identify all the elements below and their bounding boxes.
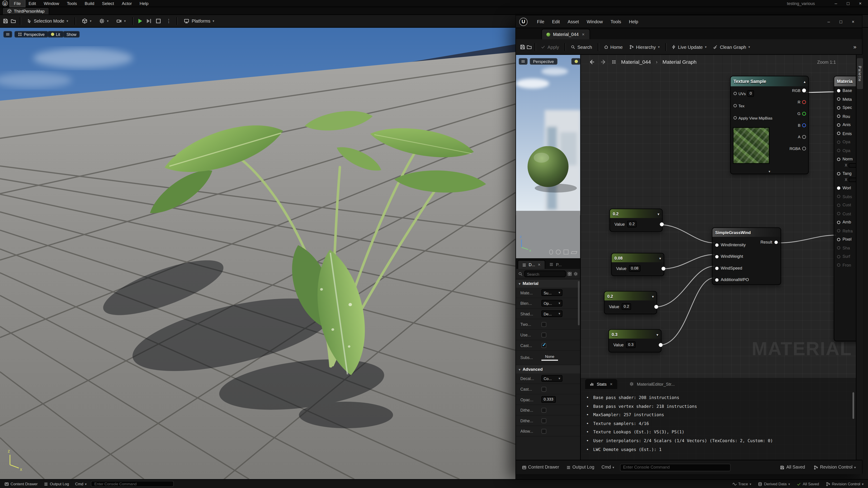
pin-icon[interactable] [837,172,840,175]
quick-add-dropdown[interactable]: ▾ [79,16,94,26]
grid-view-icon[interactable] [567,271,572,276]
revision-control-dropdown[interactable]: Revision Control ▾ [812,465,857,470]
all-saved-indicator[interactable]: All Saved [778,465,807,470]
derived-data-dropdown[interactable]: Derived Data ▾ [756,482,792,486]
browse-icon[interactable] [11,18,16,24]
output-pin[interactable] [802,111,806,115]
minimize-button[interactable]: – [830,0,841,6]
output-pin[interactable] [802,88,806,92]
value-input[interactable]: 0.08 [629,265,641,271]
collapse-icon[interactable]: ▾ [652,294,654,298]
expand-icon[interactable]: ▾ [731,169,808,173]
menu-item[interactable]: Help [625,15,642,28]
menu-item[interactable]: Tools [607,15,625,28]
browse-icon[interactable] [526,44,532,50]
tab-material-044[interactable]: Material_044 × [541,29,590,39]
preview-mesh-cube-button[interactable] [563,250,568,254]
pin-icon[interactable] [837,106,840,109]
maximize-button[interactable]: □ [835,18,846,25]
content-drawer-button[interactable]: Content Drawer [3,480,39,488]
home-button[interactable]: Home [601,41,625,52]
output-pin-row[interactable]: R [789,99,806,104]
section-material[interactable]: ▾ Material [516,280,580,288]
toolbar-overflow-icon[interactable]: » [852,43,858,50]
cmd-dropdown[interactable]: Cmd ▾ [73,480,88,488]
uvs-pin[interactable] [734,92,737,95]
all-saved-indicator[interactable]: All Saved [795,482,821,486]
tab-palette[interactable]: Palette [857,58,863,89]
hierarchy-dropdown[interactable]: Hierarchy ▾ [627,41,662,52]
details-checkbox[interactable] [541,322,546,327]
details-checkbox[interactable] [541,332,546,337]
result-pin[interactable] [774,240,778,244]
pin-icon[interactable] [837,221,840,224]
console-command-input[interactable] [620,463,731,471]
input-pin-row[interactable]: WindSpeed [712,262,780,274]
opacity-number-input[interactable]: 0.333 [541,396,556,402]
input-pin[interactable] [715,278,719,282]
mipbias-pin[interactable] [734,116,737,120]
menu-item[interactable]: Window [583,15,607,28]
menu-item[interactable]: Asset [564,15,583,28]
output-pin-row[interactable]: A [789,134,806,139]
viewport-menu-burger[interactable] [3,31,12,37]
scalar-node-additionalwpo[interactable]: 0.3▾ Value0.3 [608,329,661,352]
pin-icon[interactable] [837,195,840,198]
preview-lit-button[interactable] [571,58,581,65]
output-pin-row[interactable]: B [789,122,806,128]
pin-icon[interactable] [837,149,840,152]
back-icon[interactable] [588,59,595,65]
scalar-output-pin[interactable] [662,267,665,270]
pin-icon[interactable] [837,255,840,258]
output-pin[interactable] [802,147,806,150]
output-pin-row[interactable]: RGBA [789,145,806,151]
unreal-logo-icon[interactable]: U [519,18,528,26]
details-checkbox[interactable] [541,418,546,423]
details-dropdown[interactable]: Su...▾ [541,289,562,296]
menu-item[interactable]: Select [98,0,118,6]
scalar-node-windintensity[interactable]: 0.2▾ Value0.2 [610,208,662,232]
texture-sample-node[interactable]: Texture Sample ▴ UVs 0 Tex Apply View Mi… [730,76,809,174]
pin-icon[interactable] [837,203,840,207]
simple-grass-wind-node[interactable]: SimpleGrassWind WindIntensity WindWeight [712,228,781,285]
pin-icon[interactable] [837,97,840,101]
input-pin[interactable] [715,255,719,258]
details-scrollbar[interactable] [578,281,580,325]
scalar-node-windweight[interactable]: 0.08▾ Value0.08 [611,253,664,276]
gear-icon[interactable] [574,271,578,276]
stop-button[interactable] [156,19,161,23]
input-pin[interactable] [715,243,719,247]
tab-material-editor-stats[interactable]: MaterialEditor_Str... [625,379,679,389]
save-icon[interactable] [520,44,525,50]
tab-thirdpersonmap[interactable]: ThirdPersonMap [2,7,50,14]
input-pin[interactable] [715,266,719,270]
tab-stats[interactable]: Stats × [585,379,618,389]
asset-picker[interactable]: None [541,355,558,361]
pin-icon[interactable] [837,186,840,190]
output-pin-row[interactable]: RGB [789,88,806,93]
preview-mesh-sphere-button[interactable] [556,250,561,254]
pin-icon[interactable] [837,115,840,118]
uvs-value-input[interactable]: 0 [747,90,754,97]
console-command-input[interactable] [91,481,174,487]
level-viewport-scene[interactable]: z x [0,28,515,479]
pin-icon[interactable] [837,140,840,144]
menu-item[interactable]: File [10,0,25,6]
revision-control-dropdown[interactable]: Revision Control ▾ [824,482,865,486]
stats-scrollbar[interactable] [852,392,854,419]
unreal-logo-icon[interactable]: U [2,0,8,6]
preview-mesh-cylinder-button[interactable] [549,250,553,254]
menu-item[interactable]: Edit [25,0,40,6]
tab-parameters[interactable]: P... [546,260,565,269]
output-log-button[interactable]: Output Log [565,460,596,474]
pin-icon[interactable] [837,158,840,161]
live-update-dropdown[interactable]: Live Update ▾ [669,41,710,52]
tex-pin[interactable] [734,104,737,107]
details-checkbox[interactable] [541,387,546,392]
menu-item[interactable]: Build [81,0,98,6]
pin-icon[interactable] [837,132,840,135]
details-checkbox[interactable] [541,343,546,348]
preview-perspective-button[interactable]: Perspective [530,58,557,65]
collapse-icon[interactable]: ▾ [659,256,661,260]
apply-button[interactable]: Apply [538,41,562,52]
